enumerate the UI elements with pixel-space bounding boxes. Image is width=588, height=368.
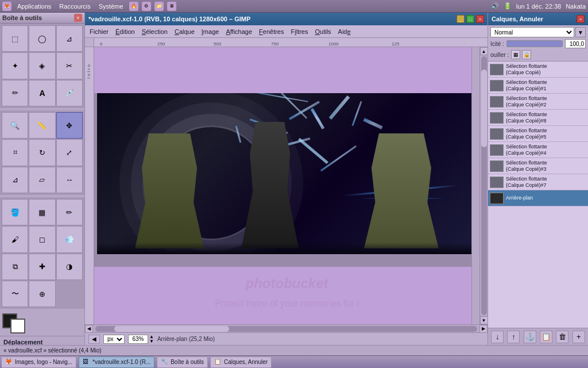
color-select-tool[interactable]: ◈ — [29, 52, 55, 79]
h-scroll-thumb[interactable] — [114, 326, 229, 332]
menu-affichage[interactable]: Affichage — [222, 27, 256, 36]
heal-tool[interactable]: ✚ — [29, 254, 55, 280]
status-nav-icon[interactable]: ◀ — [88, 335, 100, 344]
shatter-5 — [328, 95, 350, 120]
layer-item-7[interactable]: Sélection flottante (Calque Copié)#7 — [488, 174, 588, 190]
layer-item-1[interactable]: Sélection flottante (Calque Copié)#1 — [488, 78, 588, 94]
minimize-button[interactable]: _ — [457, 15, 465, 23]
rotate-tool[interactable]: ↻ — [29, 139, 55, 166]
app-icon: 🦊 — [2, 2, 11, 11]
menu-outils[interactable]: Outils — [311, 27, 334, 36]
canvas-viewport[interactable]: photobucket Protect more of your memorie… — [94, 47, 479, 324]
layer-move-down-btn[interactable]: ↓ — [491, 331, 504, 343]
flip-tool[interactable]: ↔ — [56, 167, 83, 193]
zoom-down[interactable]: ▼ — [149, 339, 154, 344]
gradient-tool[interactable]: ▦ — [29, 199, 55, 225]
layer-anchor-btn[interactable]: ⚓ — [524, 331, 536, 343]
toolbox-close-button[interactable]: × — [74, 14, 82, 22]
layers-close-button[interactable]: × — [577, 15, 585, 23]
shear-tool[interactable]: ⊿ — [2, 167, 28, 193]
maximize-button[interactable]: □ — [466, 15, 474, 23]
zoom-input[interactable] — [128, 335, 148, 344]
paintbucket-tool[interactable]: 🪣 — [2, 199, 28, 225]
v-scroll-thumb[interactable] — [481, 70, 487, 147]
menu-filtres[interactable]: Filtres — [288, 27, 312, 36]
image-container[interactable] — [97, 93, 477, 254]
v-scroll-track[interactable] — [481, 56, 487, 315]
layer-item-6[interactable]: Sélection flottante (Calque Copié)#3 — [488, 158, 588, 174]
layer-item-3[interactable]: Sélection flottante (Calque Copié)#8 — [488, 110, 588, 126]
zoom-tool[interactable]: 🔍 — [2, 112, 28, 139]
menu-fenetres[interactable]: Fenêtres — [256, 27, 287, 36]
layer-move-up-btn[interactable]: ↑ — [507, 331, 520, 343]
scissors-tool[interactable]: ✂ — [56, 52, 83, 79]
smudge-tool[interactable]: 〜 — [2, 281, 28, 307]
opacity-value-input[interactable] — [565, 39, 586, 48]
system-menu[interactable]: Système — [96, 2, 126, 11]
layer-item-0[interactable]: Sélection flottante (Calque Copié) — [488, 62, 588, 78]
scale-tool[interactable]: ⤢ — [56, 139, 83, 166]
menu-image[interactable]: Image — [198, 27, 223, 36]
menu-edition[interactable]: Édition — [112, 27, 138, 36]
taskbar-item-gimp[interactable]: 🖼 *vadrouille.xcf-1.0 (R... — [79, 356, 154, 368]
lock-icon2[interactable]: 🔒 — [522, 50, 531, 59]
applications-menu[interactable]: Applications — [15, 2, 53, 11]
taskbar-item-calques[interactable]: 📋 Calques, Annuler — [210, 356, 272, 368]
lock-icon1[interactable]: ▦ — [511, 50, 520, 59]
airbrush-tool[interactable]: 💨 — [56, 226, 83, 252]
free-select-tool[interactable]: ⊿ — [56, 25, 83, 52]
dodge-burn-tool[interactable]: ◑ — [56, 254, 83, 280]
layer-thumb-1 — [490, 80, 504, 91]
h-scroll-track[interactable] — [95, 326, 477, 332]
crop-tool[interactable]: ⌗ — [2, 139, 28, 166]
close-button[interactable]: × — [476, 15, 484, 23]
scroll-down-button[interactable]: ▼ — [480, 316, 488, 324]
scroll-right-button[interactable]: ▶ — [479, 325, 488, 333]
scroll-left-button[interactable]: ◀ — [85, 325, 93, 333]
move-tool active[interactable]: ✥ — [56, 112, 83, 139]
soldier-right — [364, 133, 439, 248]
layer-duplicate-btn[interactable]: 📋 — [540, 331, 552, 343]
perspective-tool[interactable]: ▱ — [29, 167, 55, 193]
layer-delete-btn[interactable]: 🗑 — [556, 331, 568, 343]
lock-checkboxes: ▦ 🔒 — [511, 50, 531, 59]
zoom-stepper[interactable]: ▲ ▼ — [149, 335, 154, 344]
paintbrush-tool[interactable]: 🖌 — [2, 226, 28, 252]
color-picker-tool[interactable]: 💉 — [56, 80, 83, 106]
opacity-slider[interactable] — [506, 40, 563, 47]
horizontal-scrollbar[interactable]: ◀ ▶ — [85, 324, 488, 332]
paths-tool[interactable]: ✏ — [2, 80, 28, 106]
unit-select[interactable]: px — [103, 335, 125, 344]
vertical-ruler: I n t r o — [85, 47, 94, 324]
scroll-up-button[interactable]: ▲ — [480, 47, 488, 55]
mode-arrow-btn[interactable]: ▼ — [575, 27, 586, 37]
eraser-tool[interactable]: ◻ — [29, 226, 55, 252]
menu-selection[interactable]: Sélection — [138, 27, 171, 36]
fuzzy-select-tool[interactable]: ✦ — [2, 52, 28, 79]
menu-fichier[interactable]: Fichier — [86, 27, 112, 36]
rect-select-tool[interactable]: ⬚ — [2, 25, 28, 52]
background-color[interactable] — [10, 319, 25, 334]
menu-calque[interactable]: Calque — [171, 27, 198, 36]
ellipse-select-tool[interactable]: ◯ — [29, 25, 55, 52]
ruler-corner — [85, 38, 94, 47]
vertical-scrollbar[interactable]: ▲ ▼ — [479, 47, 488, 324]
convolve-tool[interactable]: ⊕ — [29, 281, 55, 307]
layer-item-8[interactable]: Arrière-plan — [488, 190, 588, 206]
measure-tool[interactable]: 📏 — [29, 112, 55, 139]
clone-tool[interactable]: ⧉ — [2, 254, 28, 280]
shortcuts-menu[interactable]: Raccourcis — [57, 2, 92, 11]
taskbar-item-images[interactable]: 🦊 Images, logo - Navig... — [1, 356, 76, 368]
layer-item-5[interactable]: Sélection flottante (Calque Copié)#4 — [488, 142, 588, 158]
layer-thumb-6 — [490, 160, 504, 172]
menu-aide[interactable]: Aide — [335, 27, 354, 36]
blend-mode-select[interactable]: Normal — [490, 27, 574, 37]
layer-item-4[interactable]: Sélection flottante (Calque Copié)#5 — [488, 126, 588, 142]
taskbar-item-toolbox[interactable]: 🔧 Boîte à outils — [157, 356, 208, 368]
pencil-tool[interactable]: ✏ — [56, 199, 83, 225]
text-tool[interactable]: A — [29, 80, 55, 106]
layer-item-2[interactable]: Sélection flottante (Calque Copié)#2 — [488, 94, 588, 110]
layer-new-btn[interactable]: + — [572, 331, 585, 343]
layer-name-7: Sélection flottante (Calque Copié)#7 — [506, 176, 547, 189]
sys-icon1: ⚙ — [142, 2, 151, 11]
